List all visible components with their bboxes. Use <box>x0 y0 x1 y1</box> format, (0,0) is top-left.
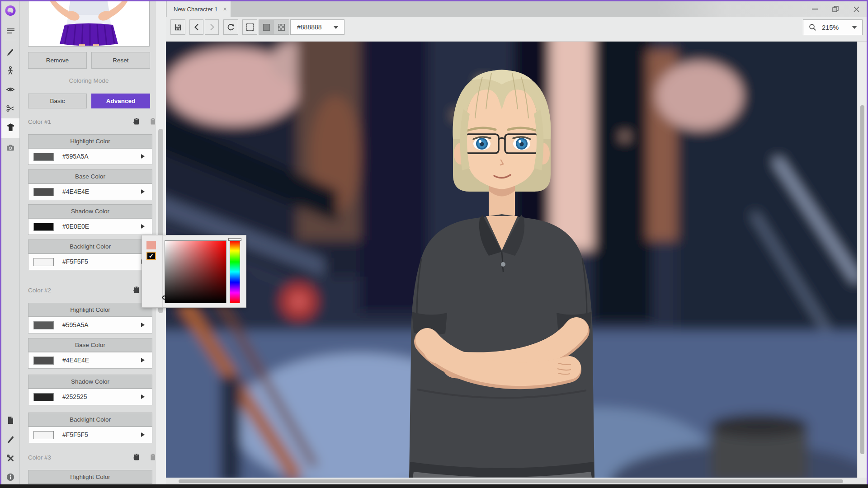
save-button[interactable] <box>170 19 185 35</box>
selected-swatch[interactable]: ✓ <box>146 252 156 260</box>
tool-scissors[interactable] <box>1 102 19 117</box>
color-row-value[interactable]: #0E0E0E <box>28 218 152 235</box>
paste-icon <box>150 117 155 125</box>
character-canvas[interactable] <box>166 42 857 478</box>
color-row-header: Highlight Color <box>28 134 152 148</box>
minimize-icon <box>812 9 818 9</box>
color-swatch <box>33 357 54 365</box>
tool-brush[interactable] <box>1 45 19 60</box>
copy-button[interactable] <box>132 117 140 126</box>
saturation-value-field[interactable] <box>165 240 226 303</box>
copy-button[interactable] <box>132 453 140 461</box>
hex-value: #595A5A <box>62 317 89 333</box>
refresh-button[interactable] <box>223 19 238 35</box>
transparent-background-button[interactable] <box>274 20 289 34</box>
menu-icon <box>7 27 14 34</box>
background-color-dropdown[interactable]: #888888 <box>290 19 344 35</box>
refresh-icon <box>226 23 235 32</box>
expand-arrow-icon[interactable] <box>141 323 145 327</box>
rail-divider <box>5 40 16 40</box>
color-swatch <box>33 223 54 231</box>
zoom-control[interactable]: 215% <box>803 19 863 35</box>
hue-slider[interactable] <box>230 240 240 303</box>
expand-arrow-icon[interactable] <box>141 224 145 229</box>
minimize-button[interactable] <box>804 1 825 17</box>
tab-new-character-1[interactable]: New Character 1 × <box>167 1 231 17</box>
solid-background-button[interactable] <box>259 20 274 34</box>
paste-icon <box>150 453 155 461</box>
canvas-vertical-scrollbar[interactable] <box>857 42 867 478</box>
redo-forward-button[interactable] <box>205 19 219 35</box>
color-row-value[interactable]: #252525 <box>28 389 152 405</box>
app-window: Remove Reset Coloring Mode Basic Advance… <box>0 0 868 488</box>
remove-button[interactable]: Remove <box>28 52 87 69</box>
basic-mode-button[interactable]: Basic <box>28 94 87 108</box>
hex-value: #0E0E0E <box>62 219 89 235</box>
document-icon <box>6 416 15 427</box>
hex-value: #F5F5F5 <box>62 254 88 270</box>
zoom-caret-icon[interactable] <box>852 26 857 29</box>
reset-button[interactable]: Reset <box>91 52 150 69</box>
tool-eye[interactable] <box>1 83 19 98</box>
bottom-dark-bar <box>0 484 868 488</box>
marquee-select-button[interactable] <box>242 19 257 35</box>
undo-back-button[interactable] <box>189 19 203 35</box>
tool-info[interactable] <box>1 470 19 486</box>
hex-value: #4E4E4E <box>62 352 89 368</box>
app-logo-button[interactable] <box>1 4 19 19</box>
zoom-level: 215% <box>822 24 839 31</box>
color-row-header: Shadow Color <box>28 375 152 389</box>
sv-selector-dot[interactable] <box>162 296 166 300</box>
properties-panel: Remove Reset Coloring Mode Basic Advance… <box>20 1 155 484</box>
expand-arrow-icon[interactable] <box>141 394 145 399</box>
tool-outfit-selected[interactable] <box>1 118 19 138</box>
color-row-value[interactable]: #595A5A <box>28 148 152 165</box>
paste-button[interactable] <box>150 117 155 126</box>
tab-bar: New Character 1 × <box>166 1 867 17</box>
copy-button[interactable] <box>132 286 140 294</box>
tab-close-icon[interactable]: × <box>223 5 227 13</box>
expand-arrow-icon[interactable] <box>141 432 145 437</box>
copy-icon <box>132 453 140 461</box>
dropdown-caret-icon <box>333 26 339 29</box>
transparent-bg-icon <box>278 24 285 31</box>
canvas-vscroll-thumb[interactable] <box>860 105 864 454</box>
color-row-value[interactable]: #4E4E4E <box>28 352 152 369</box>
pencil-icon <box>6 435 15 446</box>
color-swatch <box>33 258 54 266</box>
hue-slider-handle[interactable] <box>228 238 241 241</box>
character-preview[interactable] <box>28 1 150 47</box>
hex-value: #F5F5F5 <box>62 427 88 443</box>
color-swatch <box>33 431 54 439</box>
canvas-horizontal-scrollbar[interactable] <box>166 478 867 484</box>
expand-arrow-icon[interactable] <box>141 154 145 159</box>
camera-icon <box>6 143 15 154</box>
color-row-value[interactable]: #F5F5F5 <box>28 427 152 443</box>
eye-icon <box>6 85 15 96</box>
color-row-value[interactable]: #595A5A <box>28 317 152 333</box>
magnifier-icon <box>809 23 816 31</box>
tool-settings[interactable] <box>1 451 19 467</box>
paste-button[interactable] <box>150 453 155 461</box>
window-border-top <box>0 0 868 1</box>
menu-button[interactable] <box>1 23 19 38</box>
advanced-mode-button[interactable]: Advanced <box>91 94 150 108</box>
color-row-value[interactable]: #4E4E4E <box>28 183 152 200</box>
expand-arrow-icon[interactable] <box>141 189 145 194</box>
back-icon <box>193 23 200 31</box>
tool-pencil[interactable] <box>1 432 19 448</box>
close-button[interactable] <box>846 1 867 17</box>
expand-arrow-icon[interactable] <box>141 358 145 362</box>
copy-icon <box>132 286 140 294</box>
canvas-hscroll-thumb[interactable] <box>179 479 843 483</box>
copy-icon <box>132 117 140 125</box>
tool-document[interactable] <box>1 413 19 429</box>
saved-swatch[interactable] <box>146 241 156 249</box>
tool-camera[interactable] <box>1 141 19 156</box>
tool-pose[interactable] <box>1 64 19 79</box>
preview-figure <box>28 1 149 46</box>
color-row-value[interactable]: #F5F5F5 <box>28 253 152 270</box>
color-row-header: Base Color <box>28 169 152 183</box>
restore-button[interactable] <box>825 1 846 17</box>
restore-icon <box>832 6 839 12</box>
